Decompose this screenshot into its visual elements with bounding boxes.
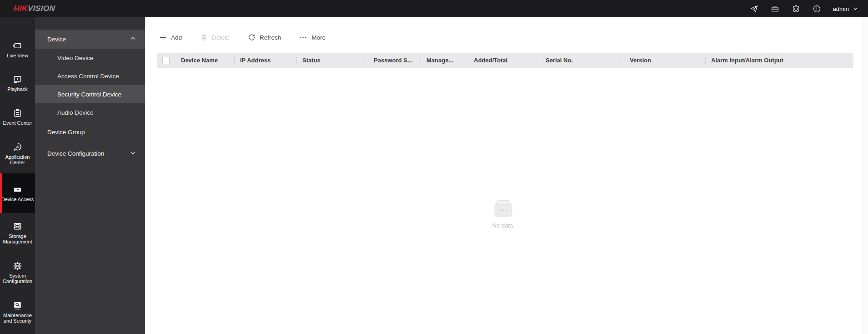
rail-item-application-center[interactable]: AI Application Center <box>0 134 35 173</box>
column-header-added-total[interactable]: Added/Total <box>468 53 540 68</box>
user-menu[interactable]: admin <box>833 5 858 12</box>
column-header-alarm-io[interactable]: Alarm Input/Alarm Output <box>705 53 853 68</box>
select-all-checkbox[interactable] <box>162 57 170 64</box>
storage-management-icon <box>12 221 23 232</box>
rail-item-label: Live View <box>7 53 28 59</box>
add-button-label: Add <box>171 34 182 41</box>
column-header-status[interactable]: Status <box>296 53 368 68</box>
empty-state: No data. <box>492 199 515 229</box>
logo-hik: HIK <box>13 4 28 13</box>
subnav-spacer <box>35 17 145 30</box>
rail-item-event-center[interactable]: Event Center <box>0 100 35 134</box>
send-icon[interactable] <box>749 4 759 14</box>
rail-item-label: Maintenance and Security <box>1 313 34 324</box>
refresh-icon <box>248 34 256 41</box>
logo-vision: VISION <box>27 4 56 13</box>
live-view-icon <box>12 40 23 51</box>
system-configuration-icon <box>12 261 23 271</box>
nav-rail: Live View Playback Event Center AI <box>0 17 35 334</box>
puzzle-icon[interactable] <box>791 4 801 14</box>
svg-text:AI: AI <box>16 145 20 148</box>
subnav-item-label: Security Control Device <box>57 91 121 98</box>
rail-item-label: Storage Management <box>1 233 34 245</box>
rail-item-label: Playback <box>7 86 28 92</box>
subnav-item-access-control-device[interactable]: Access Control Device <box>35 67 145 85</box>
main-content: Add Delete Refresh ··· More <box>145 17 862 334</box>
subnav-item-audio-device[interactable]: Audio Device <box>35 103 145 121</box>
add-button[interactable]: Add <box>159 34 182 41</box>
device-access-icon <box>12 184 23 195</box>
column-header-version[interactable]: Version <box>624 53 705 68</box>
subnav-item-label: Audio Device <box>57 109 94 116</box>
rail-item-device-access[interactable]: Device Access <box>0 173 35 213</box>
event-center-icon <box>12 108 23 118</box>
toolbox-icon[interactable] <box>770 4 780 14</box>
more-button[interactable]: ··· More <box>299 34 326 41</box>
delete-button-label: Delete <box>212 34 230 41</box>
refresh-button-label: Refresh <box>260 34 281 41</box>
column-header-password[interactable]: Password S... <box>368 53 421 68</box>
topbar: HIKVISION admin <box>0 0 868 17</box>
rail-item-label: System Configuration <box>1 273 34 284</box>
playback-icon <box>12 74 23 85</box>
subnav-item-security-control-device[interactable]: Security Control Device <box>35 85 145 103</box>
maintenance-security-icon <box>12 300 23 311</box>
subnav-section-device[interactable]: Device <box>35 30 145 49</box>
refresh-button[interactable]: Refresh <box>248 34 281 41</box>
subnav-section-label: Device <box>47 36 66 43</box>
rail-item-storage-management[interactable]: Storage Management <box>0 213 35 253</box>
subnav-item-device-group[interactable]: Device Group <box>35 121 145 143</box>
chevron-down-icon <box>853 6 858 11</box>
device-access-subnav: Device Video Device Access Control Devic… <box>35 17 145 334</box>
delete-button[interactable]: Delete <box>200 34 230 41</box>
table-body: No data. <box>145 68 862 334</box>
subnav-item-video-device[interactable]: Video Device <box>35 49 145 67</box>
subnav-item-label: Access Control Device <box>57 73 119 80</box>
rail-item-label: Event Center <box>3 120 32 126</box>
trash-icon <box>200 34 208 41</box>
toolbar: Add Delete Refresh ··· More <box>159 32 853 43</box>
hikvision-logo: HIKVISION <box>13 4 56 13</box>
application-center-icon: AI <box>12 142 23 152</box>
subnav-section-label: Device Configuration <box>47 150 104 157</box>
column-header-manage[interactable]: Manage... <box>421 53 468 68</box>
more-button-label: More <box>311 34 326 41</box>
chevron-up-icon <box>130 35 136 43</box>
scrollbar-track[interactable] <box>862 17 868 334</box>
header-checkbox-cell <box>157 53 175 68</box>
info-icon[interactable] <box>812 4 822 14</box>
rail-item-live-view[interactable]: Live View <box>0 33 35 66</box>
rail-item-system-configuration[interactable]: System Configuration <box>0 253 35 292</box>
subnav-item-label: Device Group <box>47 129 85 136</box>
user-name: admin <box>833 5 849 12</box>
empty-state-text: No data. <box>492 222 514 229</box>
rail-item-playback[interactable]: Playback <box>0 66 35 100</box>
app-body: Live View Playback Event Center AI <box>0 17 868 334</box>
plus-icon <box>159 34 167 41</box>
rail-item-maintenance-security[interactable]: Maintenance and Security <box>0 292 35 332</box>
ellipsis-icon: ··· <box>299 35 307 40</box>
column-header-ip-address[interactable]: IP Address <box>234 53 296 68</box>
rail-item-label: Application Center <box>1 154 34 166</box>
chevron-down-icon <box>130 150 136 157</box>
subnav-section-device-configuration[interactable]: Device Configuration <box>35 143 145 164</box>
column-header-device-name[interactable]: Device Name <box>175 53 234 68</box>
topbar-actions: admin <box>749 4 858 14</box>
subnav-item-label: Video Device <box>57 55 93 61</box>
table-header: Device Name IP Address Status Password S… <box>157 53 853 68</box>
no-data-icon <box>492 199 515 218</box>
rail-item-label: Device Access <box>1 197 34 202</box>
column-header-serial-no[interactable]: Serial No. <box>540 53 624 68</box>
